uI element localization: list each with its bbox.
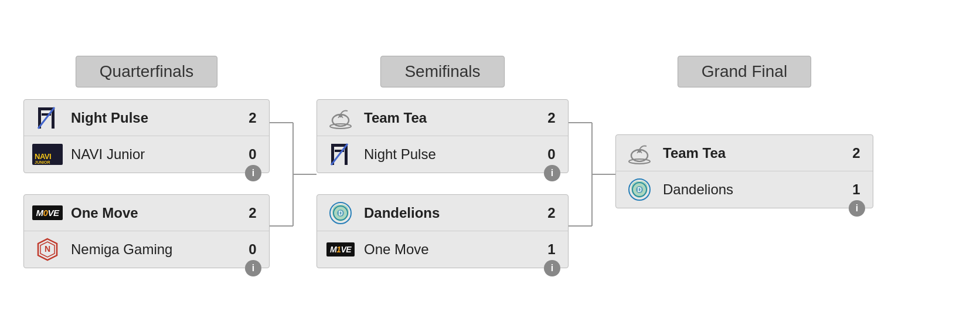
qf-match-1-team-2-name: NAVI Junior (71, 146, 244, 163)
qf-match-2-team-2-score: 0 (244, 241, 261, 258)
sf-match-2-team-1-name: Dandelions (364, 205, 543, 221)
gf-match-1-row-1: Team Tea 2 (616, 135, 873, 171)
sf-matches: Team Tea 2 Ni (317, 99, 569, 268)
info-icon-sf1[interactable]: i (544, 165, 560, 181)
sf-match-1: Team Tea 2 Ni (317, 99, 569, 173)
info-icon-qf2[interactable]: i (245, 260, 261, 276)
dandelions-logo-gf: D (624, 176, 655, 204)
sf-match-2-team-2-name: One Move (364, 241, 543, 258)
night-pulse-logo-qf (32, 104, 63, 132)
qf-match-1-team-1-name: Night Pulse (71, 110, 244, 126)
sf-match-1-team-1-score: 2 (543, 110, 560, 126)
sf-match-2-row-2: M1VE One Move 1 (317, 231, 568, 268)
info-icon-qf1[interactable]: i (245, 165, 261, 181)
gf-match-1-row-2: D Dandelions 1 (616, 171, 873, 208)
qf-match-2-box: M0VE One Move 2 N (23, 194, 270, 268)
svg-text:N: N (45, 244, 50, 254)
qf-match-1: Night Pulse 2 NAVI JUNIOR NAVI Junior (23, 99, 270, 173)
sf-match-2-team-2-score: 1 (543, 241, 560, 258)
sf-match-1-team-1-name: Team Tea (364, 110, 543, 126)
sf-match-2: D Dandelions 2 M1VE One Move 1 (317, 194, 569, 268)
nemiga-logo-qf: N (32, 235, 63, 264)
sf-match-1-box: Team Tea 2 Ni (317, 99, 569, 173)
gf-matches: Team Tea 2 D D (615, 99, 873, 208)
qf-match-1-box: Night Pulse 2 NAVI JUNIOR NAVI Junior (23, 99, 270, 173)
qf-match-2-team-1-name: One Move (71, 205, 244, 221)
dandelions-logo-sf: D (325, 199, 356, 227)
sf-match-1-row-2: Night Pulse 0 (317, 136, 568, 173)
qf-match-2-team-1-score: 2 (244, 205, 261, 221)
sf-match-1-info[interactable]: i (540, 165, 564, 181)
quarterfinals-section: Quarterfinals (23, 56, 270, 268)
qf-match-2-info[interactable]: i (241, 260, 265, 276)
qf-match-1-team-1-score: 2 (244, 110, 261, 126)
sf-match-2-row-1: D Dandelions 2 (317, 195, 568, 231)
sf-match-2-box: D Dandelions 2 M1VE One Move 1 (317, 194, 569, 268)
qf-header: Quarterfinals (76, 56, 217, 87)
gf-match-1-team-2-score: 1 (848, 181, 865, 198)
info-icon-sf2[interactable]: i (544, 260, 560, 276)
svg-text:JUNIOR: JUNIOR (35, 160, 50, 164)
qf-match-1-row-1: Night Pulse 2 (24, 100, 269, 136)
sf-match-1-team-2-score: 0 (543, 146, 560, 163)
sf-match-2-team-1-score: 2 (543, 205, 560, 221)
sf-match-2-info[interactable]: i (540, 260, 564, 276)
teamtea-logo-gf (624, 139, 655, 167)
svg-text:D: D (338, 210, 342, 217)
teamtea-logo-sf (325, 104, 356, 132)
gf-match-1-box: Team Tea 2 D D (615, 134, 873, 208)
bracket-layout: Quarterfinals (0, 44, 980, 280)
connector-sf-gf (569, 86, 615, 262)
grandfinal-section: Grand Final (615, 56, 873, 208)
sf-match-1-row-1: Team Tea 2 (317, 100, 568, 136)
sf-header: Semifinals (380, 56, 504, 87)
gf-match-1-team-2-name: Dandelions (663, 181, 848, 198)
qf-match-1-team-2-score: 0 (244, 146, 261, 163)
qf-match-1-row-2: NAVI JUNIOR NAVI Junior 0 (24, 136, 269, 173)
svg-text:NAVI: NAVI (35, 152, 51, 161)
qf-match-2-row-2: N Nemiga Gaming 0 (24, 231, 269, 268)
onemove-logo-qf1: M0VE (32, 199, 63, 227)
svg-text:D: D (637, 187, 641, 193)
gf-match-1-team-1-score: 2 (848, 145, 865, 161)
night-pulse-logo-sf (325, 140, 356, 168)
connector-qf-sf (270, 86, 317, 262)
navi-logo-qf: NAVI JUNIOR (32, 140, 63, 168)
gf-header: Grand Final (678, 56, 811, 87)
qf-matches: Night Pulse 2 NAVI JUNIOR NAVI Junior (23, 99, 270, 268)
gf-match-1-info[interactable]: i (845, 200, 869, 217)
gf-match-1-team-1-name: Team Tea (663, 145, 848, 161)
info-icon-gf1[interactable]: i (849, 200, 865, 217)
semifinals-section: Semifinals (317, 56, 569, 268)
qf-match-2-row-1: M0VE One Move 2 (24, 195, 269, 231)
sf-match-1-team-2-name: Night Pulse (364, 146, 543, 163)
qf-match-1-info[interactable]: i (241, 165, 265, 181)
qf-match-2: M0VE One Move 2 N (23, 194, 270, 268)
qf-match-2-team-2-name: Nemiga Gaming (71, 241, 244, 258)
onemove-logo-sf: M1VE (325, 235, 356, 264)
gf-match-1: Team Tea 2 D D (615, 134, 873, 208)
